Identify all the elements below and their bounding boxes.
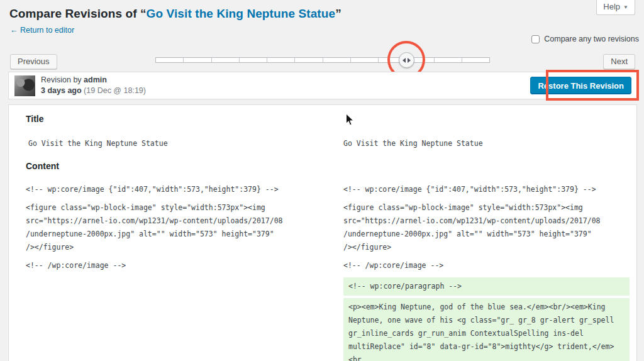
content-heading: Content	[26, 161, 59, 171]
page-title-prefix: Compare Revisions of	[9, 7, 140, 20]
code-block-added: <p><em>King Neptune, god of the blue sea…	[343, 298, 630, 361]
revision-time-ago: 3 days ago	[41, 86, 82, 95]
code-block: <!-- wp:core/image {"id":407,"width":573…	[343, 183, 630, 196]
revision-meta-bar: Revision by admin 3 days ago (19 Dec @ 1…	[8, 72, 637, 99]
handle-right-arrow-icon	[408, 58, 411, 63]
revision-date-line: 3 days ago (19 Dec @ 18:19)	[41, 86, 146, 96]
return-to-editor-link[interactable]: ← Return to editor	[10, 26, 74, 35]
chevron-down-icon: ▼	[623, 3, 628, 10]
avatar	[14, 75, 35, 96]
restore-this-revision-button[interactable]: Restore This Revision	[530, 77, 631, 94]
code-block: <figure class="wp-block-image" style="wi…	[343, 201, 630, 254]
code-block-added: <!-- wp:core/paragraph -->	[343, 277, 630, 296]
help-dropdown[interactable]: Help ▼	[596, 0, 635, 15]
revisions-slider-track[interactable]	[155, 57, 490, 63]
compare-any-two-revisions-label: Compare any two revisions	[544, 35, 639, 43]
title-value-new: Go Visit the King Neptune Statue	[343, 137, 483, 150]
compare-any-two-revisions-control: Compare any two revisions	[531, 35, 639, 43]
revision-author: admin	[84, 75, 107, 84]
code-block: <figure class="wp-block-image" style="wi…	[26, 201, 321, 254]
content-old-column: <!-- wp:core/image {"id":407,"width":573…	[26, 183, 321, 277]
revisions-slider-handle[interactable]	[399, 52, 414, 68]
previous-button[interactable]: Previous	[10, 54, 57, 69]
handle-left-arrow-icon	[402, 58, 406, 63]
title-heading: Title	[26, 114, 44, 124]
code-block: <!-- /wp:core/image -->	[26, 259, 321, 272]
help-label: Help	[603, 2, 620, 11]
page-title: Compare Revisions of “Go Visit the King …	[9, 7, 341, 21]
post-title-text: Go Visit the King Neptune Statue	[147, 7, 336, 20]
revision-timestamp: (19 Dec @ 18:19)	[84, 86, 146, 95]
revision-meta-text: Revision by admin 3 days ago (19 Dec @ 1…	[41, 75, 146, 96]
next-button[interactable]: Next	[603, 54, 635, 69]
quote-open: “	[140, 7, 147, 20]
content-new-column: <!-- wp:core/image {"id":407,"width":573…	[343, 183, 630, 361]
compare-any-two-revisions-checkbox[interactable]	[531, 35, 540, 43]
revision-byline: Revision by admin	[41, 75, 146, 86]
title-value-old: Go Visit the King Neptune Statue	[28, 137, 168, 150]
code-block: <!-- /wp:core/image -->	[343, 259, 630, 272]
code-block: <!-- wp:core/image {"id":407,"width":573…	[26, 183, 321, 196]
diff-panel: Title Go Visit the King Neptune Statue G…	[8, 104, 637, 361]
quote-close: ”	[335, 7, 341, 20]
